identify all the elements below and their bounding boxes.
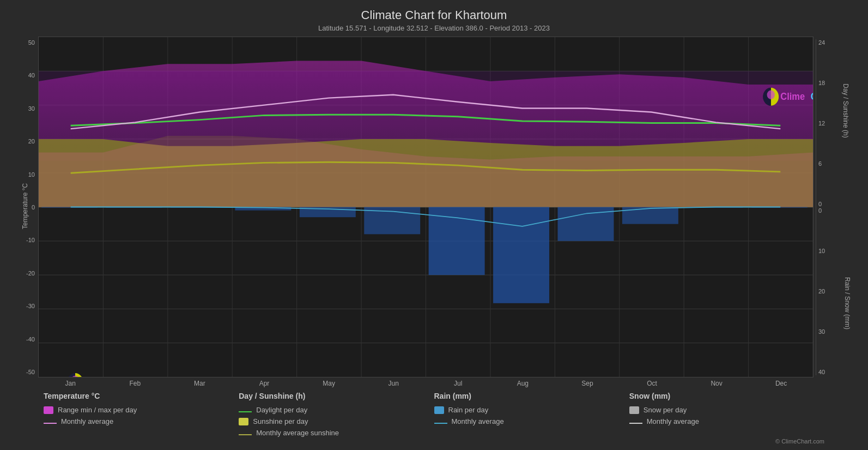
legend-line xyxy=(239,434,252,435)
chart-area-wrapper: 50403020100-10-20-30-40-50 xyxy=(11,37,857,387)
x-axis-label: Apr xyxy=(232,380,297,387)
legend-swatch xyxy=(239,418,248,425)
legend-swatch xyxy=(434,406,444,414)
legend-col: Temperature °CRange min / max per dayMon… xyxy=(44,392,239,437)
y-axis-left-label: -40 xyxy=(26,336,35,343)
right-axis-title-bottom: Rain / Snow (mm) xyxy=(843,277,851,329)
chart-main: Clime Chart.com Clime Chart.com xyxy=(38,37,814,387)
x-axis-label: Jan xyxy=(38,380,103,387)
svg-rect-31 xyxy=(493,207,549,303)
legend-label: Snow per day xyxy=(644,406,687,414)
legend-line xyxy=(629,423,642,424)
right-axis-bottom-label: 40 xyxy=(818,369,857,375)
y-axis-left-label: -50 xyxy=(26,369,35,375)
legend-item: Sunshine per day xyxy=(239,417,434,425)
legend-label: Daylight per day xyxy=(256,406,307,414)
y-axis-left-label: 10 xyxy=(28,171,35,178)
left-axis-title: Temperature °C xyxy=(21,183,29,229)
legend-col: Day / Sunshine (h)Daylight per daySunshi… xyxy=(239,392,434,437)
svg-text:Clime: Clime xyxy=(780,91,805,102)
y-axis-left-label: 0 xyxy=(32,204,35,211)
right-axis-top-label: 12 xyxy=(818,120,857,127)
y-axis-left-label: -10 xyxy=(26,237,35,243)
chart-subtitle: Latitude 15.571 - Longitude 32.512 - Ele… xyxy=(318,24,550,32)
legend-swatch xyxy=(629,406,639,414)
chart-title: Climate Chart for Khartoum xyxy=(361,8,507,22)
y-axis-left-label: 20 xyxy=(28,138,35,145)
x-axis-label: Nov xyxy=(684,380,749,387)
legend-item: Snow per day xyxy=(629,406,824,414)
x-axis-label: Aug xyxy=(490,380,555,387)
legend-label: Sunshine per day xyxy=(253,417,308,425)
legend-area: Temperature °CRange min / max per dayMon… xyxy=(11,392,857,437)
right-axis-top-label: 24 xyxy=(818,39,857,46)
legend-item: Range min / max per day xyxy=(44,406,239,414)
legend-col-title: Day / Sunshine (h) xyxy=(239,392,434,400)
x-axis-label: Jun xyxy=(361,380,426,387)
legend-swatch xyxy=(44,406,53,414)
x-axis-label: Jul xyxy=(426,380,490,387)
right-axis-top-label: 6 xyxy=(818,160,857,167)
legend-col-title: Rain (mm) xyxy=(434,392,629,400)
right-axis-bottom-label: 10 xyxy=(818,248,857,254)
legend-label: Monthly average xyxy=(647,417,699,425)
legend-item: Rain per day xyxy=(434,406,629,414)
legend-col-title: Temperature °C xyxy=(44,392,239,400)
y-axis-left-label: 40 xyxy=(28,72,35,79)
legend-item: Monthly average xyxy=(434,417,629,425)
y-axis-right: 24181260010203040Day / Sunshine (h)Rain … xyxy=(814,37,857,387)
x-axis-label: Feb xyxy=(103,380,168,387)
right-axis-bottom-label: 20 xyxy=(818,288,857,295)
chart-canvas: Clime Chart.com Clime Chart.com xyxy=(38,37,814,377)
y-axis-left-label: 30 xyxy=(28,105,35,112)
legend-label: Range min / max per day xyxy=(58,406,137,414)
right-axis-top-label: 18 xyxy=(818,80,857,86)
page-wrapper: Climate Chart for Khartoum Latitude 15.5… xyxy=(0,0,868,450)
legend-item: Daylight per day xyxy=(239,406,434,414)
chart-svg: Clime Chart.com Clime Chart.com xyxy=(39,37,813,377)
legend-line xyxy=(434,423,447,424)
legend-item: Monthly average sunshine xyxy=(239,429,434,437)
svg-rect-30 xyxy=(429,207,485,275)
svg-text:Chart.com: Chart.com xyxy=(811,91,813,102)
y-axis-left-label: -30 xyxy=(26,303,35,309)
legend-item: Monthly average xyxy=(629,417,824,425)
legend-col: Snow (mm)Snow per dayMonthly average xyxy=(629,392,824,437)
y-axis-left-label: 50 xyxy=(28,39,35,46)
x-axis-label: May xyxy=(296,380,361,387)
x-axis-label: Dec xyxy=(749,380,814,387)
right-axis-bottom-label: 0 xyxy=(818,207,857,214)
legend-item: Monthly average xyxy=(44,417,239,425)
right-axis-top-label: 0 xyxy=(818,201,857,207)
y-axis-left-label: -20 xyxy=(26,270,35,277)
legend-line xyxy=(44,423,57,424)
legend-label: Rain per day xyxy=(448,406,489,414)
legend-label: Monthly average xyxy=(61,417,113,425)
x-axis-label: Oct xyxy=(620,380,684,387)
legend-label: Monthly average xyxy=(452,417,504,425)
legend-col-title: Snow (mm) xyxy=(629,392,824,400)
right-axis-title-top: Day / Sunshine (h) xyxy=(841,83,849,137)
legend-label: Monthly average sunshine xyxy=(256,429,339,437)
x-axis-label: Mar xyxy=(167,380,232,387)
svg-point-42 xyxy=(767,91,775,99)
copyright: © ClimeChart.com xyxy=(11,438,857,445)
x-axis-label: Sep xyxy=(555,380,620,387)
legend-col: Rain (mm)Rain per dayMonthly average xyxy=(434,392,629,437)
x-axis: JanFebMarAprMayJunJulAugSepOctNovDec xyxy=(38,377,814,387)
legend-line xyxy=(239,411,252,412)
right-axis-bottom-label: 30 xyxy=(818,328,857,335)
